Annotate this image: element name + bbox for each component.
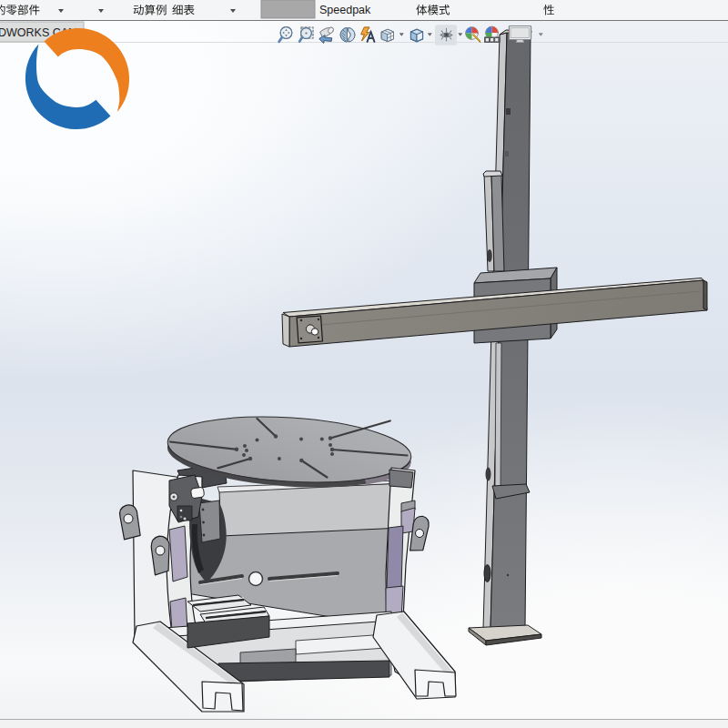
svg-text:Speedpak: Speedpak bbox=[319, 4, 371, 16]
